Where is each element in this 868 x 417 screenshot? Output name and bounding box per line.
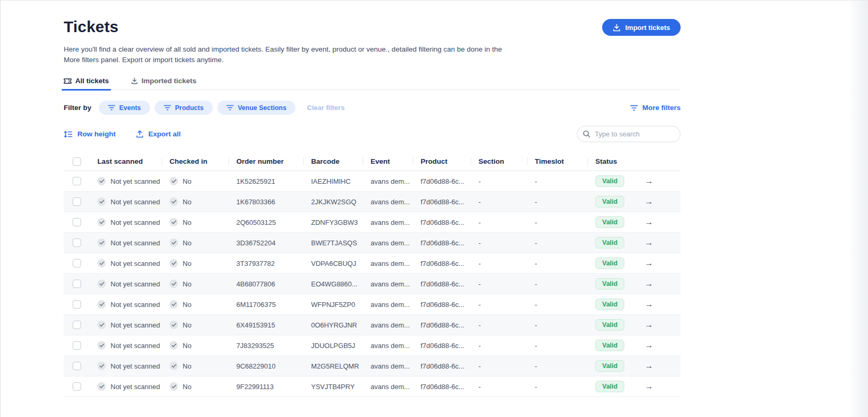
table-row[interactable]: Not yet scannedNo7J83293525JDUOLPGB5Java… [64,335,681,356]
tab-imported-tickets[interactable]: Imported tickets [131,77,196,90]
table-row[interactable]: Not yet scannedNo1K52625921IAEZHIMIHCava… [64,171,681,192]
filter-chip-venue-sections[interactable]: Venue Sections [217,101,295,115]
export-all-button[interactable]: Export all [136,130,181,138]
table-row[interactable]: Not yet scannedNo9F22991113YSVJTB4PRYava… [64,376,681,397]
filter-icon [630,105,638,111]
table-row[interactable]: Not yet scannedNo3T37937782VDPA6CBUQJava… [64,253,681,274]
tab-all-tickets[interactable]: All tickets [64,77,109,90]
row-checkbox[interactable] [73,321,81,329]
section-cell: - [471,383,527,391]
ticket-icon [64,78,72,84]
row-checkbox[interactable] [73,177,81,185]
order-number-cell: 3T37937782 [229,260,304,267]
row-checkbox[interactable] [73,197,81,206]
check-circle-icon [97,218,106,226]
last-scanned-value: Not yet scanned [111,280,160,288]
row-checkbox[interactable] [73,218,81,226]
arrow-right-icon[interactable]: → [641,320,653,330]
status-badge: Valid [595,175,624,187]
arrow-right-icon[interactable]: → [641,279,653,289]
arrow-right-icon[interactable]: → [641,238,653,247]
checked-in-cell: No [162,300,229,309]
section-cell: - [471,219,527,226]
row-checkbox[interactable] [73,341,81,350]
last-scanned-value: Not yet scanned [111,342,160,350]
row-checkbox[interactable] [73,382,81,391]
check-circle-icon [169,259,178,267]
select-all-checkbox[interactable] [73,157,81,166]
table-row[interactable]: Not yet scannedNo4B68077806EO4WG8860...a… [64,274,681,294]
main-content: Tickets Import tickets Here you'll find … [64,1,681,397]
arrow-right-icon[interactable]: → [641,176,653,186]
section-cell: - [471,280,527,288]
arrow-right-icon[interactable]: → [641,300,653,309]
arrow-right-icon[interactable]: → [641,341,653,350]
table-row[interactable]: Not yet scannedNo6X491539150O6HYRGJNRava… [64,315,681,335]
status-cell: Valid [588,216,633,228]
check-circle-icon [169,280,178,288]
timeslot-cell: - [527,301,588,309]
column-header-product: Product [413,152,471,171]
download-icon [131,77,138,84]
timeslot-cell: - [527,280,588,288]
table-row[interactable]: Not yet scannedNo9C68229010M2G5RELQMRava… [64,356,681,376]
row-checkbox[interactable] [73,239,81,247]
row-checkbox-cell [64,280,90,288]
checked-in-cell: No [162,177,229,185]
table-row[interactable]: Not yet scannedNo3D36752204BWE7TJASQSava… [64,233,681,253]
arrow-right-icon[interactable]: → [641,382,653,391]
tickets-table: Last scanned Checked in Order number Bar… [64,152,681,397]
filter-chip-events[interactable]: Events [99,101,150,115]
order-number-cell: 4B68077806 [229,280,304,288]
last-scanned-value: Not yet scanned [111,177,160,185]
import-tickets-button[interactable]: Import tickets [602,19,681,36]
status-badge: Valid [595,319,624,331]
status-cell: Valid [588,381,633,392]
arrow-right-icon[interactable]: → [641,217,653,227]
status-badge: Valid [595,278,624,290]
barcode-cell: 2JKJKW2SGQ [304,198,363,206]
check-circle-icon [97,239,106,247]
description-line-2: More filters panel. Export or import tic… [64,56,224,64]
table-row[interactable]: Not yet scannedNo2Q60503125ZDNFY3GBW3ava… [64,212,681,233]
section-cell: - [471,321,527,329]
row-checkbox[interactable] [73,362,81,370]
order-number-cell: 3D36752204 [229,239,304,247]
more-filters-button[interactable]: More filters [630,104,681,112]
last-scanned-value: Not yet scanned [111,198,160,206]
order-number-cell: 9C68229010 [229,362,304,370]
last-scanned-value: Not yet scanned [111,383,160,391]
filter-by-label: Filter by [64,104,92,112]
row-checkbox[interactable] [73,300,81,309]
status-badge: Valid [595,216,624,228]
filter-chip-products[interactable]: Products [155,101,213,115]
barcode-cell: IAEZHIMIHC [304,177,363,185]
arrow-right-icon[interactable]: → [641,259,653,268]
checked-in-cell: No [162,218,229,226]
row-checkbox[interactable] [73,280,81,288]
clear-filters-button[interactable]: Clear filters [307,104,345,112]
product-cell: f7d06d88-6c... [413,239,471,247]
last-scanned-cell: Not yet scanned [90,300,162,309]
event-cell: avans dem... [363,280,413,288]
order-number-cell: 1K67803366 [229,198,304,206]
last-scanned-cell: Not yet scanned [90,197,162,206]
event-cell: avans dem... [363,342,413,350]
checked-in-cell: No [162,362,229,370]
product-cell: f7d06d88-6c... [413,362,471,370]
row-checkbox[interactable] [73,259,81,267]
table-row[interactable]: Not yet scannedNo6M11706375WFPNJF5ZP0ava… [64,294,681,315]
status-badge: Valid [595,237,624,249]
barcode-cell: ZDNFY3GBW3 [304,219,363,226]
row-action-cell: → [633,238,681,247]
tab-imported-tickets-label: Imported tickets [142,77,196,85]
search-input[interactable] [577,126,681,142]
arrow-right-icon[interactable]: → [641,361,653,371]
row-action-cell: → [633,217,681,227]
arrow-right-icon[interactable]: → [641,197,653,206]
table-row[interactable]: Not yet scannedNo1K678033662JKJKW2SGQava… [64,192,681,212]
check-circle-icon [97,382,106,391]
row-height-button[interactable]: Row height [64,130,116,138]
order-number-cell: 1K52625921 [229,177,304,185]
check-circle-icon [169,300,178,309]
